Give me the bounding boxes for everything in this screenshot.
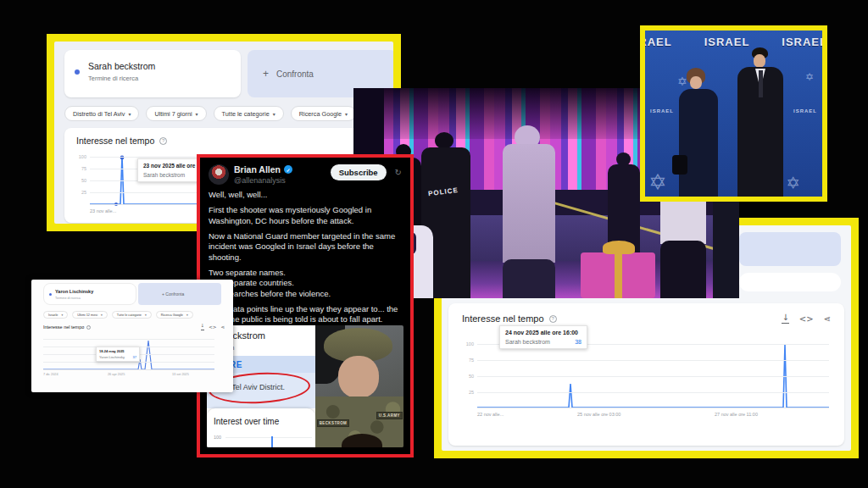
circular-arrows-icon[interactable]: ↻: [395, 168, 402, 177]
star-of-david-icon: ✡: [648, 169, 667, 195]
search-term-card[interactable]: Sarah beckstrom Termine di ricerca: [64, 50, 241, 97]
chart-actions: ↓ <> ⋖: [201, 324, 225, 330]
download-icon[interactable]: ↓: [201, 324, 205, 330]
backdrop-text-row: ISRAEL ISRAEL ISRAEL: [640, 36, 827, 48]
tweet-line: Two separate countries.: [209, 278, 402, 288]
filter-chip-search-type[interactable]: Ricerca Google▾: [156, 311, 193, 319]
chevron-down-icon: ▾: [145, 313, 147, 317]
filter-chip-search-type[interactable]: Ricerca Google▾: [291, 106, 356, 121]
line-chart-plot: 18-24 mag 2025 Yaron Lischinsky 37 7 dic…: [43, 336, 214, 373]
israel-event-photo: ISRAEL ISRAEL ISRAEL ISRAEL ISRAEL ✡ ✡ ✡…: [640, 25, 827, 202]
compare-button[interactable]: + Confronta: [138, 283, 221, 305]
trends-panel-yaron: Yaron Lischinsky Termine di ricerca + Co…: [31, 280, 233, 392]
search-term-label: Yaron Lischinsky: [55, 289, 93, 294]
subscribe-button[interactable]: Subscribe: [331, 164, 387, 180]
tweet-paragraph: Well, well, well...: [209, 190, 402, 200]
filter-chip-row: Israele▾ Ultimi 12 mesi▾ Tutte le catego…: [43, 311, 193, 319]
filter-chip-category[interactable]: Tutte le categorie▾: [214, 106, 284, 121]
plus-icon: +: [263, 68, 269, 80]
tie: [759, 70, 763, 97]
soldier-face: [338, 356, 379, 398]
interest-over-time-card: Interesse nel tempo ? ↓ <> ⋖ 100 75 50 2…: [448, 303, 844, 446]
avatar[interactable]: [209, 164, 229, 185]
chevron-down-icon: ▾: [186, 313, 188, 317]
embedded-trend-spike: [271, 436, 273, 447]
series-color-dot: [75, 69, 80, 75]
chart-tooltip: 18-24 mag 2025 Yaron Lischinsky 37: [96, 347, 140, 362]
hoodie-figure: [503, 125, 555, 298]
embed-icon[interactable]: <>: [799, 314, 814, 324]
share-icon[interactable]: ⋖: [824, 314, 831, 324]
chart-title: Interesse nel tempo ?: [43, 324, 91, 330]
help-icon[interactable]: ?: [86, 325, 91, 330]
name-tape: BECKSTROM: [317, 419, 350, 427]
tweet-paragraph: First the shooter was mysteriously Googl…: [209, 205, 402, 226]
plus-icon: +: [162, 291, 164, 297]
army-tape: U.S.ARMY: [376, 412, 403, 419]
verified-icon: ✓: [284, 165, 292, 174]
filter-chip-time[interactable]: Ultimi 7 giorni▾: [146, 106, 206, 121]
tweet-author-name[interactable]: Brian Allen: [234, 164, 281, 175]
embedded-chart-title: Interest over time: [214, 417, 279, 426]
chevron-down-icon: ▾: [196, 111, 198, 117]
chevron-down-icon: ▾: [273, 111, 275, 117]
tweet-paragraph: Now a National Guard member targeted in …: [209, 231, 402, 263]
series-color-dot: [49, 293, 52, 296]
chevron-down-icon: ▾: [128, 111, 131, 117]
chart-actions: ↓ <> ⋖: [782, 313, 831, 324]
gift-box: [581, 252, 655, 298]
handbag: [672, 155, 687, 175]
chart-title: Interesse nel tempo ?: [76, 136, 167, 146]
compare-card-partial[interactable]: [739, 232, 841, 266]
chart-title: Interesse nel tempo ?: [462, 313, 557, 324]
tweet-author-handle[interactable]: @allenanalysis: [234, 176, 292, 185]
search-term-sublabel: Termine di ricerca: [88, 75, 138, 82]
filter-chip-category[interactable]: Tutte le categorie▾: [112, 311, 152, 319]
man-figure: [732, 47, 789, 197]
collage-stage: Sarah beckstrom Termine di ricerca + Con…: [0, 0, 868, 488]
search-term-sublabel: Termine di ricerca: [55, 297, 81, 300]
chevron-down-icon: ▾: [345, 111, 348, 117]
filter-chip-region[interactable]: Distretto di Tel Aviv▾: [64, 106, 139, 121]
tweet-line: Two searches before the violence.: [209, 289, 402, 299]
chevron-down-icon: ▾: [61, 313, 63, 317]
woman-figure: [672, 68, 726, 197]
chart-tooltip: 24 nov 2025 alle ore 16:00 Sarah beckstr…: [499, 325, 587, 349]
tweet-line: Two separate names.: [209, 268, 402, 278]
filter-row-partial: [739, 273, 841, 291]
download-icon[interactable]: ↓: [782, 313, 788, 324]
soldier-photo: BECKSTROM U.S.ARMY: [315, 325, 403, 447]
help-icon[interactable]: ?: [159, 137, 167, 145]
tweet-body: Well, well, well... First the shooter wa…: [209, 190, 402, 341]
search-term-label: Sarah beckstrom: [88, 61, 155, 71]
embedded-ytick: 100: [214, 435, 221, 440]
help-icon[interactable]: ?: [549, 315, 557, 323]
share-icon[interactable]: ⋖: [220, 324, 225, 330]
compare-label: Confronta: [276, 69, 314, 79]
search-term-card[interactable]: Yaron Lischinsky Termine di ricerca: [43, 283, 136, 305]
tweet-header: Brian Allen ✓ @allenanalysis Subscribe ↻: [209, 164, 402, 185]
tweet-embedded-image[interactable]: ah beckstrom rch term MPARE ≡ Tel Aviv D…: [207, 325, 403, 447]
filter-chip-region[interactable]: Israele▾: [43, 311, 68, 319]
filter-chip-row: Distretto di Tel Aviv▾ Ultimi 7 giorni▾ …: [64, 106, 356, 121]
embed-icon[interactable]: <>: [209, 324, 216, 330]
tweet-paragraph: If the data points line up the way they …: [209, 304, 402, 325]
trend-line: [477, 344, 829, 412]
line-chart-plot: 100 75 50 25 22 nov alle... 25 nov alle …: [477, 344, 829, 422]
chevron-down-icon: ▾: [101, 313, 103, 317]
star-of-david-icon: ✡: [805, 71, 814, 83]
filter-chip-time[interactable]: Ultimi 12 mesi▾: [72, 311, 108, 319]
